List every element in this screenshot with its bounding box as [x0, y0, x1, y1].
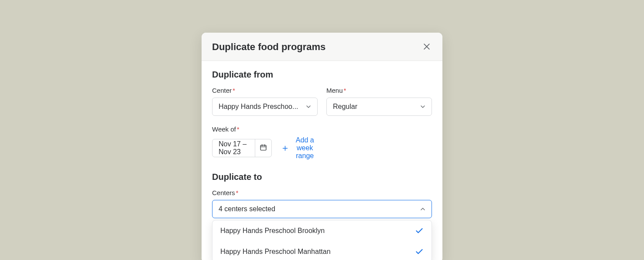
from-row-1: Center* Happy Hands Preschoo... Menu* Re…	[212, 87, 432, 116]
center-select[interactable]: Happy Hands Preschoo...	[212, 98, 318, 116]
center-option[interactable]: Happy Hands Preschool Manhattan	[212, 241, 432, 260]
center-label: Center*	[212, 87, 318, 94]
week-row: Nov 17 – Nov 23 Add a week range	[212, 136, 318, 160]
centers-multiselect[interactable]: 4 centers selected	[212, 200, 432, 218]
menu-select-value: Regular	[333, 103, 414, 111]
calendar-icon	[260, 144, 267, 153]
duplicate-food-programs-modal: Duplicate food programs Duplicate from C…	[202, 33, 442, 260]
plus-icon	[281, 145, 289, 152]
add-week-range-label: Add a week range	[292, 136, 318, 160]
required-mark: *	[236, 189, 239, 196]
svg-rect-2	[260, 145, 266, 150]
section-heading-to: Duplicate to	[212, 172, 432, 182]
chevron-down-icon	[419, 103, 426, 110]
modal-header: Duplicate food programs	[202, 33, 442, 61]
required-mark: *	[344, 87, 346, 94]
centers-dropdown-panel: Happy Hands Preschool Brooklyn Happy Han…	[212, 220, 432, 260]
week-label: Week of*	[212, 125, 318, 133]
week-date-input[interactable]: Nov 17 – Nov 23	[212, 139, 272, 157]
check-icon	[415, 247, 424, 256]
menu-field: Menu* Regular	[326, 87, 432, 116]
week-date-value: Nov 17 – Nov 23	[212, 139, 255, 157]
centers-label: Centers*	[212, 189, 432, 196]
calendar-button[interactable]	[255, 139, 271, 157]
required-mark: *	[233, 87, 235, 94]
week-field: Week of* Nov 17 – Nov 23 Add a week rang…	[212, 125, 318, 160]
center-label-text: Center	[212, 87, 232, 94]
menu-select[interactable]: Regular	[326, 98, 432, 116]
center-option[interactable]: Happy Hands Preschool Brooklyn	[212, 220, 432, 241]
modal-body: Duplicate from Center* Happy Hands Presc…	[202, 61, 442, 260]
centers-field: Centers* 4 centers selected Happy Hands …	[212, 189, 432, 260]
week-label-text: Week of	[212, 125, 236, 133]
close-button[interactable]	[421, 42, 432, 52]
check-icon	[415, 226, 424, 235]
section-heading-from: Duplicate from	[212, 70, 432, 80]
chevron-down-icon	[305, 103, 312, 110]
menu-label: Menu*	[326, 87, 432, 94]
menu-label-text: Menu	[326, 87, 343, 94]
close-icon	[422, 42, 431, 52]
required-mark: *	[237, 125, 240, 133]
center-field: Center* Happy Hands Preschoo...	[212, 87, 318, 116]
center-option-label: Happy Hands Preschool Manhattan	[220, 248, 331, 256]
centers-label-text: Centers	[212, 189, 235, 196]
modal-title: Duplicate food programs	[212, 41, 325, 53]
add-week-range-button[interactable]: Add a week range	[281, 136, 318, 160]
center-select-value: Happy Hands Preschoo...	[219, 103, 300, 111]
centers-select-value: 4 centers selected	[219, 205, 414, 213]
center-option-label: Happy Hands Preschool Brooklyn	[220, 227, 325, 235]
chevron-up-icon	[419, 206, 426, 213]
